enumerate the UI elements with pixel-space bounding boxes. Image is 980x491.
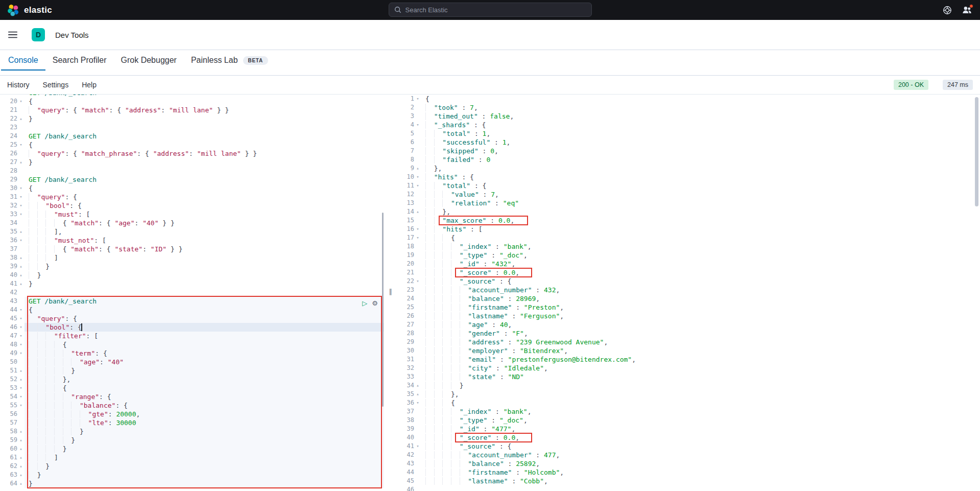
fold-toggle-icon[interactable]: ▴ — [17, 471, 25, 479]
code-line[interactable]: 24GET /bank/_search — [0, 132, 384, 141]
menu-toggle-button[interactable] — [8, 30, 17, 39]
code-line[interactable]: 41▴} — [0, 279, 384, 288]
fold-toggle-icon[interactable]: ▴ — [17, 427, 25, 436]
fold-toggle-icon[interactable]: ▾ — [17, 332, 25, 340]
fold-toggle-icon[interactable]: ▴ — [414, 207, 421, 216]
code-line[interactable]: 53▾ { — [0, 384, 384, 392]
code-line[interactable]: 21 "query": { "match": { "address": "mil… — [0, 106, 384, 114]
code-line[interactable]: 20▾{ — [0, 97, 384, 106]
code-line[interactable]: 27▴} — [0, 158, 384, 167]
fold-toggle-icon[interactable]: ▾ — [414, 121, 421, 129]
code-line[interactable]: 49▾ "term": { — [0, 349, 384, 358]
code-line[interactable]: 62▴ } — [0, 462, 384, 471]
fold-toggle-icon[interactable]: ▴ — [414, 164, 421, 173]
fold-toggle-icon[interactable]: ▾ — [17, 210, 25, 219]
code-line[interactable]: 33▾ "must": [ — [0, 210, 384, 219]
code-line[interactable]: 47▾ "filter": [ — [0, 332, 384, 340]
code-line[interactable]: 30▾{ — [0, 184, 384, 193]
fold-toggle-icon[interactable]: ▾ — [414, 399, 421, 407]
fold-toggle-icon[interactable]: ▴ — [17, 114, 25, 123]
menu-item-history[interactable]: History — [7, 81, 30, 89]
code-line[interactable]: 29GET /bank/_search — [0, 175, 384, 184]
code-line[interactable]: 37 { "match": { "state": "ID" } } — [0, 245, 384, 253]
fold-toggle-icon[interactable]: ▴ — [17, 462, 25, 471]
fold-toggle-icon[interactable]: ▾ — [414, 233, 421, 242]
code-line[interactable]: 55▾ "balance": { — [0, 401, 384, 410]
code-line[interactable]: 36▾ "must_not": [ — [0, 236, 384, 245]
help-icon[interactable] — [943, 6, 952, 15]
scrollbar-thumb[interactable] — [382, 213, 384, 407]
code-line[interactable]: 38▴ ] — [0, 253, 384, 262]
fold-toggle-icon[interactable]: ▴ — [17, 158, 25, 167]
fold-toggle-icon[interactable]: ▴ — [17, 436, 25, 445]
search-input[interactable] — [405, 6, 586, 14]
code-line[interactable]: 43GET /bank/_search — [0, 297, 384, 306]
fold-toggle-icon[interactable]: ▴ — [17, 271, 25, 279]
send-request-button[interactable]: ▷ — [362, 298, 367, 308]
code-line[interactable]: 63▴ } — [0, 471, 384, 479]
code-line[interactable]: 45▾ "query": { — [0, 314, 384, 323]
fold-toggle-icon[interactable]: ▴ — [17, 479, 25, 488]
fold-toggle-icon[interactable]: ▾ — [17, 349, 25, 358]
fold-toggle-icon[interactable]: ▴ — [414, 390, 421, 399]
code-line[interactable]: 50 "age": "40" — [0, 358, 384, 366]
code-line[interactable]: 57 "lte": 30000 — [0, 418, 384, 427]
fold-toggle-icon[interactable]: ▴ — [17, 453, 25, 462]
code-line[interactable]: 60▴ } — [0, 445, 384, 453]
code-line[interactable]: 26 "query": { "match_phrase": { "address… — [0, 149, 384, 158]
fold-toggle-icon[interactable]: ▾ — [17, 184, 25, 193]
fold-toggle-icon[interactable]: ▴ — [17, 375, 25, 384]
code-line[interactable]: 52▴ }, — [0, 375, 384, 384]
fold-toggle-icon[interactable]: ▴ — [17, 227, 25, 236]
fold-toggle-icon[interactable]: ▾ — [17, 193, 25, 201]
code-line[interactable]: 44▾{ — [0, 306, 384, 314]
code-line[interactable]: 25▾{ — [0, 141, 384, 149]
code-line[interactable]: 31▾ "query": { — [0, 193, 384, 201]
code-line[interactable]: 56 "gte": 20000, — [0, 410, 384, 418]
code-line[interactable]: 61▴ ] — [0, 453, 384, 462]
menu-item-settings[interactable]: Settings — [43, 81, 69, 89]
fold-toggle-icon[interactable]: ▾ — [414, 181, 421, 190]
fold-toggle-icon[interactable]: ▾ — [17, 201, 25, 210]
code-line[interactable]: 23 — [0, 123, 384, 132]
request-editor[interactable]: 19GET /bank/_search20▾{21 "query": { "ma… — [0, 95, 384, 491]
tab-search-profiler[interactable]: Search Profiler — [45, 50, 114, 71]
code-line[interactable]: 64▴} — [0, 479, 384, 488]
request-options-button[interactable]: ⚙ — [372, 298, 378, 308]
code-line[interactable]: 59▴ } — [0, 436, 384, 445]
code-line[interactable]: 42 — [0, 288, 384, 297]
code-line[interactable]: 32▾ "bool": { — [0, 201, 384, 210]
fold-toggle-icon[interactable]: ▴ — [414, 381, 421, 390]
fold-toggle-icon[interactable]: ▴ — [17, 262, 25, 271]
fold-toggle-icon[interactable]: ▾ — [17, 384, 25, 392]
code-line[interactable]: 39▴ } — [0, 262, 384, 271]
space-avatar[interactable]: D — [32, 28, 45, 41]
code-line[interactable]: 40▴ } — [0, 271, 384, 279]
users-icon[interactable] — [962, 5, 972, 15]
fold-toggle-icon[interactable]: ▾ — [414, 173, 421, 181]
elastic-logo[interactable]: elastic — [0, 4, 52, 16]
fold-toggle-icon[interactable]: ▾ — [17, 392, 25, 401]
fold-toggle-icon[interactable]: ▴ — [17, 445, 25, 453]
fold-toggle-icon[interactable]: ▾ — [17, 323, 25, 332]
menu-item-help[interactable]: Help — [82, 81, 97, 89]
code-line[interactable]: 58▴ } — [0, 427, 384, 436]
code-line[interactable]: 28 — [0, 167, 384, 175]
fold-toggle-icon[interactable]: ▾ — [17, 141, 25, 149]
code-line[interactable]: 54▾ "range": { — [0, 392, 384, 401]
fold-toggle-icon[interactable]: ▾ — [414, 95, 421, 103]
fold-toggle-icon[interactable]: ▾ — [17, 306, 25, 314]
tab-painless-lab[interactable]: Painless Lab BETA — [184, 50, 275, 71]
pane-resizer[interactable]: ∥ — [384, 95, 397, 491]
tab-grok-debugger[interactable]: Grok Debugger — [114, 50, 184, 71]
code-line[interactable]: 34 { "match": { "age": "40" } } — [0, 219, 384, 227]
code-line[interactable]: 51▴ } — [0, 366, 384, 375]
tab-console[interactable]: Console — [1, 50, 45, 71]
fold-toggle-icon[interactable]: ▾ — [414, 225, 421, 233]
fold-toggle-icon[interactable]: ▾ — [17, 97, 25, 106]
fold-toggle-icon[interactable]: ▴ — [17, 279, 25, 288]
code-line[interactable]: 35▴ ], — [0, 227, 384, 236]
fold-toggle-icon[interactable]: ▾ — [414, 442, 421, 451]
fold-toggle-icon[interactable]: ▾ — [414, 277, 421, 286]
fold-toggle-icon[interactable]: ▾ — [17, 401, 25, 410]
